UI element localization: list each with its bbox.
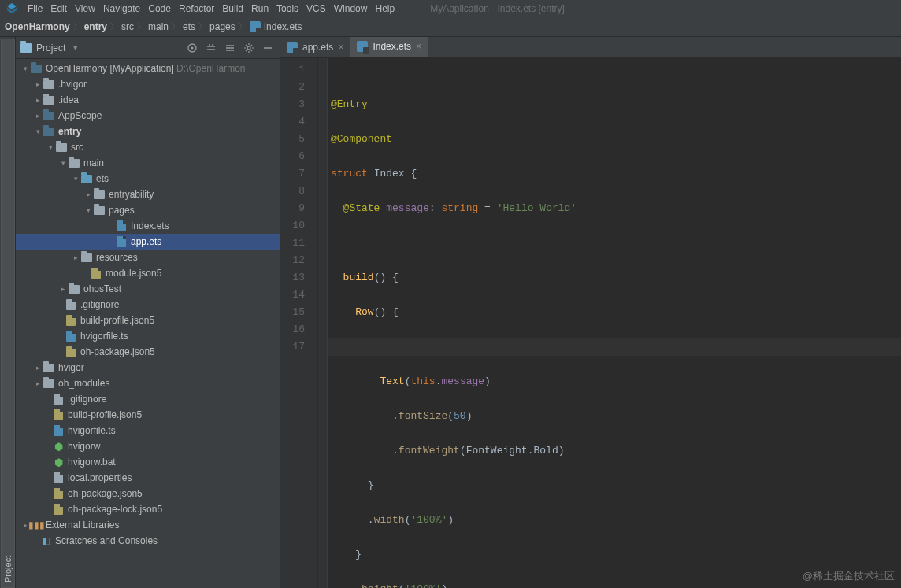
expand-all-icon[interactable] (204, 41, 218, 55)
ets-file-icon (250, 21, 261, 32)
window-title: MyApplication - Index.ets [entry] (399, 3, 898, 14)
tree-item-ohostest[interactable]: ▸ohosTest (16, 281, 280, 297)
menu-refactor[interactable]: Refactor (175, 3, 218, 14)
tree-item-build-profile-entry[interactable]: ·build-profile.json5 (16, 312, 280, 328)
tree-item-pages[interactable]: ▾pages (16, 202, 280, 218)
crumb-3[interactable]: main (148, 21, 169, 32)
tree-item-main[interactable]: ▾main (16, 155, 280, 171)
crumb-1[interactable]: entry (84, 21, 107, 32)
editor-tab-bar: app.ets× Index.ets× (280, 37, 901, 58)
project-tree[interactable]: ▾OpenHarmony [MyApplication] D:\OpenHarm… (16, 59, 280, 588)
file-icon (54, 472, 63, 483)
tree-root[interactable]: ▾OpenHarmony [MyApplication] D:\OpenHarm… (16, 61, 280, 76)
menu-navigate[interactable]: Navigate (99, 3, 144, 14)
tree-item-src[interactable]: ▾src (16, 139, 280, 155)
tree-item-hvigor-folder[interactable]: ▸.hvigor (16, 76, 280, 92)
chevron-right-icon: 〉 (110, 21, 118, 32)
menu-view[interactable]: View (71, 3, 99, 14)
tree-item-appscope[interactable]: ▸AppScope (16, 108, 280, 124)
left-tool-strip: Project (0, 37, 16, 588)
crumb-5[interactable]: pages (209, 21, 235, 32)
project-header: Project ▼ (16, 37, 280, 59)
json-file-icon (91, 268, 101, 279)
project-sidebar: Project ▼ ▾OpenHarmony [MyApplication] D… (16, 37, 280, 588)
scratch-icon: ◧ (39, 535, 52, 546)
ts-file-icon (66, 331, 76, 342)
tree-item-ohpackage-entry[interactable]: ·oh-package.json5 (16, 344, 280, 360)
folder-icon (43, 364, 54, 372)
menu-edit[interactable]: Edit (46, 3, 71, 14)
collapse-all-icon[interactable] (223, 41, 237, 55)
hvigor-icon: ⬢ (52, 457, 65, 468)
code-editor[interactable]: @Entry @Component struct Index { @State … (328, 58, 901, 588)
crumb-root[interactable]: OpenHarmony (5, 21, 70, 32)
tree-item-entry[interactable]: ▾entry (16, 124, 280, 139)
menu-code[interactable]: Code (144, 3, 175, 14)
tree-item-entryability[interactable]: ▸entryability (16, 187, 280, 202)
crumb-6[interactable]: Index.ets (250, 21, 302, 32)
tree-item-index-ets[interactable]: ·Index.ets (16, 218, 280, 234)
breadcrumb: OpenHarmony〉 entry〉 src〉 main〉 ets〉 page… (0, 17, 901, 37)
tool-window-project-button[interactable]: Project (1, 39, 15, 588)
tree-item-hvigorw-bat[interactable]: ·⬢hvigorw.bat (16, 454, 280, 470)
folder-icon (43, 80, 54, 89)
menu-bar: File Edit View Navigate Code Refactor Bu… (0, 0, 901, 17)
tree-item-resources[interactable]: ▸resources (16, 250, 280, 265)
tree-item-module-json5[interactable]: ·module.json5 (16, 265, 280, 281)
tree-item-oh-modules[interactable]: ▸oh_modules (16, 375, 280, 391)
locate-icon[interactable] (185, 41, 199, 55)
menu-window[interactable]: Window (330, 3, 372, 14)
tree-item-build-profile-root[interactable]: ·build-profile.json5 (16, 407, 280, 423)
module-folder-icon (31, 65, 42, 73)
json-file-icon (66, 346, 76, 357)
gear-icon[interactable] (242, 41, 256, 55)
tree-item-hvigor[interactable]: ▸hvigor (16, 360, 280, 375)
menu-build[interactable]: Build (218, 3, 247, 14)
crumb-4[interactable]: ets (183, 21, 195, 32)
tab-index-ets[interactable]: Index.ets× (350, 37, 428, 57)
tree-item-local-properties[interactable]: ·local.properties (16, 470, 280, 486)
chevron-right-icon: 〉 (198, 21, 206, 32)
hvigor-icon: ⬢ (52, 441, 65, 452)
svg-point-2 (247, 46, 250, 50)
hide-icon[interactable] (261, 41, 275, 55)
svg-point-1 (191, 46, 194, 49)
json-file-icon (54, 488, 63, 499)
tree-item-gitignore-entry[interactable]: ·.gitignore (16, 297, 280, 312)
menu-run[interactable]: Run (247, 3, 273, 14)
tree-item-app-ets[interactable]: ·app.ets (16, 234, 280, 250)
crumb-2[interactable]: src (121, 21, 134, 32)
tree-item-ohpackagelock[interactable]: ·oh-package-lock.json5 (16, 501, 280, 517)
file-icon (54, 394, 63, 405)
fold-gutter[interactable] (318, 58, 328, 588)
tree-item-ohpackage-root[interactable]: ·oh-package.json5 (16, 486, 280, 501)
close-icon[interactable]: × (416, 41, 421, 52)
chevron-down-icon[interactable]: ▼ (72, 44, 79, 52)
folder-icon (43, 96, 54, 105)
ets-file-icon (357, 41, 368, 52)
tree-item-external-libs[interactable]: ▸▮▮▮External Libraries (16, 517, 280, 533)
editor-body[interactable]: 1234567891011121314151617 @Entry @Compon… (280, 58, 901, 588)
menu-file[interactable]: File (24, 3, 46, 14)
close-icon[interactable]: × (338, 42, 343, 53)
folder-icon (69, 159, 80, 168)
folder-icon (94, 190, 105, 199)
tree-item-gitignore-root[interactable]: ·.gitignore (16, 391, 280, 407)
folder-icon (94, 206, 105, 215)
menu-help[interactable]: Help (371, 3, 399, 14)
editor-area: app.ets× Index.ets× 12345678910111213141… (280, 37, 901, 588)
tree-item-hvigorfile-root[interactable]: ·hvigorfile.ts (16, 423, 280, 438)
tree-item-ets[interactable]: ▾ets (16, 171, 280, 187)
ets-file-icon (117, 236, 126, 247)
file-icon (66, 299, 76, 310)
tree-item-scratches[interactable]: ·◧Scratches and Consoles (16, 533, 280, 549)
tree-item-hvigorw[interactable]: ·⬢hvigorw (16, 438, 280, 454)
project-dropdown[interactable]: Project (36, 43, 65, 54)
tab-app-ets[interactable]: app.ets× (280, 37, 350, 57)
menu-vcs[interactable]: VCS (302, 3, 330, 14)
module-folder-icon (43, 128, 54, 136)
tree-item-idea[interactable]: ▸.idea (16, 92, 280, 108)
tree-item-hvigorfile-entry[interactable]: ·hvigorfile.ts (16, 328, 280, 344)
source-folder-icon (81, 175, 92, 183)
menu-tools[interactable]: Tools (273, 3, 302, 14)
